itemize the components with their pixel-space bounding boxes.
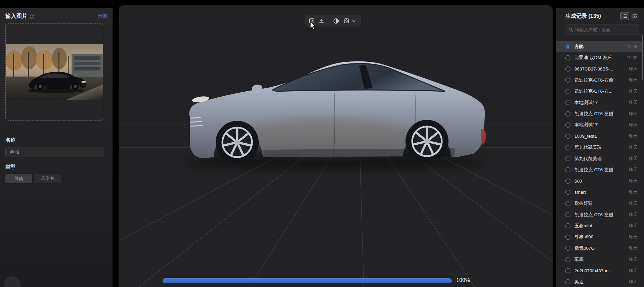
record-radio[interactable] xyxy=(565,111,570,116)
search-field[interactable] xyxy=(565,25,639,35)
record-time: 昨天 xyxy=(626,257,637,262)
record-radio[interactable] xyxy=(565,145,570,150)
record-radio[interactable] xyxy=(565,100,570,105)
record-item[interactable]: 尊界s800 昨天 xyxy=(556,232,642,243)
record-radio[interactable] xyxy=(565,134,570,139)
records-list: 奔驰 10:46 比亚迪-汉DM-左后 10:02 9637CB37-36B5-… xyxy=(556,41,642,287)
left-panel: 输入图片 ? 示例 xyxy=(0,8,113,287)
material-icon[interactable] xyxy=(343,18,349,24)
toolbar-divider xyxy=(329,18,329,24)
record-item[interactable]: 五菱mini 昨天 xyxy=(556,220,642,231)
app-root: 输入图片 ? 示例 xyxy=(0,0,644,287)
question-circle-icon[interactable]: ? xyxy=(30,14,35,19)
viewport-3d[interactable]: 100% xyxy=(119,5,553,287)
front-wheel xyxy=(216,121,259,164)
record-item[interactable]: 车底 昨天 xyxy=(556,254,642,265)
record-item[interactable]: 凯迪拉克-CT6-右... 昨天 xyxy=(556,86,642,97)
search-icon xyxy=(568,28,573,32)
record-name: 奥迪 xyxy=(574,279,584,285)
record-name: 比亚迪-汉DM-左后 xyxy=(574,55,612,61)
record-item[interactable]: 2d2b070fb437ad... 昨天 xyxy=(556,265,642,276)
type-label: 类型 xyxy=(5,164,15,170)
name-input[interactable] xyxy=(5,147,103,157)
record-name: 第九代凯美瑞 xyxy=(574,156,602,162)
record-time: 昨天 xyxy=(626,279,637,285)
record-time: 昨天 xyxy=(626,77,637,83)
record-item[interactable]: 凯迪拉克-CT6-左侧 昨天 xyxy=(556,108,642,119)
record-name: 尊界s800 xyxy=(574,234,593,240)
record-item[interactable]: 第九代凯美瑞 昨天 xyxy=(556,153,642,164)
record-item[interactable]: 本地测试17 昨天 xyxy=(556,119,642,131)
record-radio[interactable] xyxy=(565,123,570,128)
record-name: 500 xyxy=(574,179,582,184)
record-time: 昨天 xyxy=(626,145,637,150)
record-name: 极氪007GT xyxy=(574,245,597,251)
record-radio[interactable] xyxy=(565,190,570,195)
record-time: 昨天 xyxy=(626,189,637,195)
record-radio[interactable] xyxy=(565,235,570,240)
record-time: 昨天 xyxy=(626,268,637,274)
record-radio[interactable] xyxy=(565,257,570,262)
record-radio[interactable] xyxy=(565,246,570,251)
record-name: 9637CB37-36B5-... xyxy=(574,66,613,71)
generation-progress-bar xyxy=(163,278,452,283)
records-title: 生成记录 (135) xyxy=(565,13,601,20)
input-image-dropzone[interactable] xyxy=(5,23,103,121)
record-name: 欧拉好猫 xyxy=(574,200,593,206)
record-time: 昨天 xyxy=(626,212,637,218)
record-time: 昨天 xyxy=(626,234,637,240)
left-panel-header: 输入图片 ? 示例 xyxy=(0,8,113,20)
record-item[interactable]: 凯迪拉克-CT6-左侧 昨天 xyxy=(556,209,642,220)
record-radio[interactable] xyxy=(565,201,570,206)
download-icon[interactable] xyxy=(319,18,324,24)
record-item[interactable]: 本地测试17 昨天 xyxy=(556,97,642,108)
record-radio[interactable] xyxy=(565,268,570,273)
rear-wheel xyxy=(405,120,448,163)
mouse-cursor xyxy=(310,21,317,30)
record-radio[interactable] xyxy=(565,66,570,71)
record-name: 本地测试17 xyxy=(574,100,598,106)
record-time: 昨天 xyxy=(626,178,637,184)
record-radio[interactable] xyxy=(565,223,570,228)
record-name: 凯迪拉克-CT6-左侧 xyxy=(574,167,613,173)
record-radio[interactable] xyxy=(565,179,570,184)
record-item[interactable]: 极氪007GT 昨天 xyxy=(556,243,642,254)
list-view-button[interactable] xyxy=(620,12,629,20)
type-option-button[interactable]: 线稿 xyxy=(5,174,32,183)
record-time: 10:46 xyxy=(624,44,637,49)
record-item[interactable]: 凯迪拉克-CT6-右前 昨天 xyxy=(556,75,642,86)
example-link[interactable]: 示例 xyxy=(98,13,107,19)
progress-percent-label: 100% xyxy=(456,277,470,283)
record-item[interactable]: 第九代凯美瑞 昨天 xyxy=(556,142,642,153)
record-name: 凯迪拉克-CT6-右... xyxy=(574,88,612,94)
record-radio[interactable] xyxy=(565,89,570,94)
record-item[interactable]: 奥迪 昨天 xyxy=(556,276,642,287)
record-item[interactable]: 500 昨天 xyxy=(556,176,642,187)
record-radio[interactable] xyxy=(565,167,570,172)
record-item[interactable]: 比亚迪-汉DM-左后 10:02 xyxy=(556,52,642,63)
type-option-button[interactable]: 渲染图 xyxy=(34,174,61,183)
record-item[interactable]: 欧拉好猫 昨天 xyxy=(556,198,642,209)
record-name: smart xyxy=(574,190,586,195)
record-radio[interactable] xyxy=(565,55,570,60)
record-radio[interactable] xyxy=(565,44,570,49)
record-radio[interactable] xyxy=(565,279,570,284)
record-item[interactable]: 9637CB37-36B5-... 昨天 xyxy=(556,63,642,75)
records-scrollbar[interactable] xyxy=(642,35,643,80)
corner-floating-button[interactable] xyxy=(4,276,21,287)
record-radio[interactable] xyxy=(565,156,570,161)
record-item[interactable]: 奔驰 10:46 xyxy=(556,41,642,52)
record-item[interactable]: 1009_test1 昨天 xyxy=(556,131,642,142)
car-model[interactable] xyxy=(119,5,553,287)
record-item[interactable]: smart 昨天 xyxy=(556,187,642,198)
search-input[interactable] xyxy=(575,27,636,32)
chevron-down-icon[interactable] xyxy=(351,18,357,24)
contrast-icon[interactable] xyxy=(333,18,339,24)
record-name: 五菱mini xyxy=(574,223,592,229)
record-radio[interactable] xyxy=(565,212,570,217)
record-radio[interactable] xyxy=(565,78,570,83)
record-time: 昨天 xyxy=(626,167,637,173)
image-view-button[interactable] xyxy=(631,12,639,20)
records-header: 生成记录 (135) xyxy=(556,8,644,20)
record-item[interactable]: 凯迪拉克-CT6-左侧 昨天 xyxy=(556,164,642,175)
